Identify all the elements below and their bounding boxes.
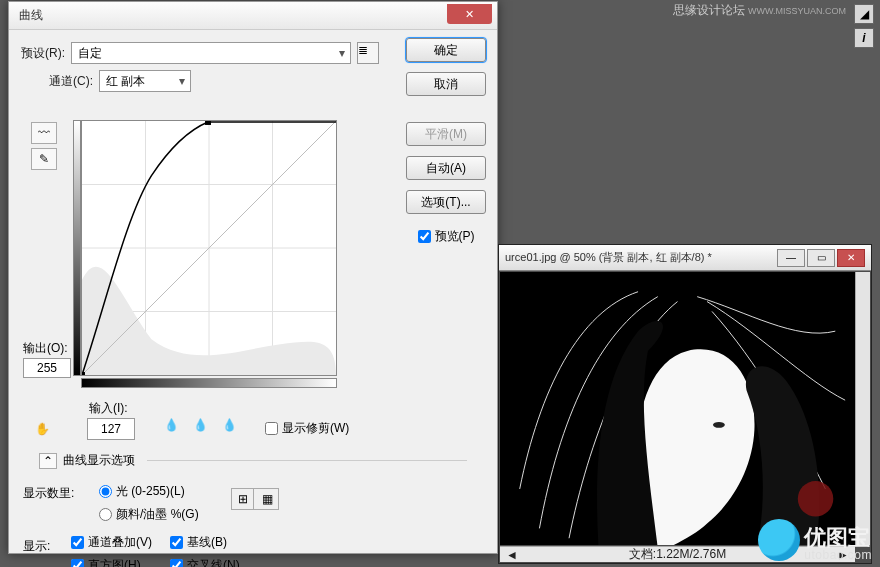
preset-label: 预设(R): (21, 45, 65, 62)
smooth-button[interactable]: 平滑(M) (406, 122, 486, 146)
preview-label: 预览(P) (435, 228, 475, 245)
input-gradient (81, 378, 337, 388)
document-canvas[interactable] (500, 272, 855, 545)
info-panel-icon[interactable]: i (854, 28, 874, 48)
radio-light[interactable] (99, 485, 112, 498)
document-titlebar[interactable]: urce01.jpg @ 50% (背景 副本, 红 副本/8) * — ▭ ✕ (499, 245, 871, 271)
eyedropper-gray-icon[interactable]: 💧 (193, 418, 208, 432)
cancel-button[interactable]: 取消 (406, 72, 486, 96)
forum-credit: 思缘设计论坛 WWW.MISSYUAN.COM (673, 2, 846, 19)
status-prev-icon[interactable]: ◄ (500, 548, 524, 562)
expand-arrow-icon: ⌃ (39, 453, 57, 469)
output-gradient (73, 120, 81, 376)
watermark-logo-icon (758, 519, 800, 561)
close-button[interactable] (447, 4, 492, 24)
preset-value: 自定 (78, 45, 102, 62)
input-label: 输入(I): (89, 400, 128, 417)
check-baseline-row[interactable]: 基线(B) (170, 534, 240, 551)
document-window: urce01.jpg @ 50% (背景 副本, 红 副本/8) * — ▭ ✕ (498, 244, 872, 564)
check-intersection-row[interactable]: 交叉线(N) (170, 557, 240, 567)
show-label: 显示: (23, 538, 50, 555)
options-button[interactable]: 选项(T)... (406, 190, 486, 214)
radio-light-row[interactable]: 光 (0-255)(L) (99, 483, 199, 500)
document-title: urce01.jpg @ 50% (背景 副本, 红 副本/8) * (505, 250, 777, 265)
grid-fine-icon[interactable]: ▦ (256, 489, 278, 509)
watermark-url: utobao.com (804, 549, 872, 561)
curve-options-expander[interactable]: ⌃ 曲线显示选项 (39, 452, 135, 469)
channel-value: 红 副本 (106, 73, 145, 90)
watermark: 优图宝 utobao.com (758, 519, 872, 561)
auto-button[interactable]: 自动(A) (406, 156, 486, 180)
input-field[interactable]: 127 (87, 418, 135, 440)
check-histogram-row[interactable]: 直方图(H) (71, 557, 152, 567)
pencil-tool-icon[interactable]: ✎ (31, 148, 57, 170)
svg-rect-8 (205, 121, 211, 125)
preview-checkbox[interactable] (418, 230, 431, 243)
eyedropper-white-icon[interactable]: 💧 (222, 418, 237, 432)
maximize-button[interactable]: ▭ (807, 249, 835, 267)
curve-tool-icon[interactable]: 〰 (31, 122, 57, 144)
forum-name: 思缘设计论坛 (673, 2, 745, 19)
grid-coarse-icon[interactable]: ⊞ (232, 489, 254, 509)
hand-tool-icon[interactable]: ✋ (35, 415, 50, 438)
output-label: 输出(O): (23, 340, 68, 357)
image-content (500, 272, 855, 545)
watermark-cn: 优图宝 (804, 527, 870, 549)
curves-dialog: 曲线 预设(R): 自定 ≣ 通道(C): 红 副本 确定 取消 平滑(M) 自… (8, 1, 498, 554)
preview-checkbox-row[interactable]: 预览(P) (418, 228, 475, 245)
preset-menu-button[interactable]: ≣ (357, 42, 379, 64)
svg-point-11 (798, 481, 833, 516)
preset-select[interactable]: 自定 (71, 42, 351, 64)
svg-rect-7 (82, 372, 85, 375)
ok-button[interactable]: 确定 (406, 38, 486, 62)
forum-url: WWW.MISSYUAN.COM (748, 6, 846, 16)
eyedropper-black-icon[interactable]: 💧 (164, 418, 179, 432)
check-histogram[interactable] (71, 559, 84, 567)
histogram-panel-icon[interactable]: ◢ (854, 4, 874, 24)
radio-ink-row[interactable]: 颜料/油墨 %(G) (99, 506, 199, 523)
radio-ink[interactable] (99, 508, 112, 521)
vertical-scrollbar[interactable] (855, 272, 870, 545)
grid-size-toggle[interactable]: ⊞ ▦ (231, 488, 279, 510)
dialog-title: 曲线 (19, 7, 43, 24)
output-field[interactable]: 255 (23, 358, 71, 378)
dialog-titlebar[interactable]: 曲线 (9, 2, 497, 30)
check-baseline[interactable] (170, 536, 183, 549)
curve-svg (82, 121, 336, 375)
doc-close-button[interactable]: ✕ (837, 249, 865, 267)
svg-point-10 (713, 422, 725, 428)
channel-label: 通道(C): (49, 73, 93, 90)
check-channel-overlay-row[interactable]: 通道叠加(V) (71, 534, 152, 551)
divider (147, 460, 467, 461)
check-intersection[interactable] (170, 559, 183, 567)
show-clipping-row[interactable]: 显示修剪(W) (265, 420, 349, 437)
show-clipping-checkbox[interactable] (265, 422, 278, 435)
display-amount-label: 显示数里: (23, 485, 74, 502)
channel-select[interactable]: 红 副本 (99, 70, 191, 92)
curve-graph[interactable] (81, 120, 337, 376)
check-channel-overlay[interactable] (71, 536, 84, 549)
show-clipping-label: 显示修剪(W) (282, 420, 349, 437)
curve-options-label: 曲线显示选项 (63, 452, 135, 469)
minimize-button[interactable]: — (777, 249, 805, 267)
